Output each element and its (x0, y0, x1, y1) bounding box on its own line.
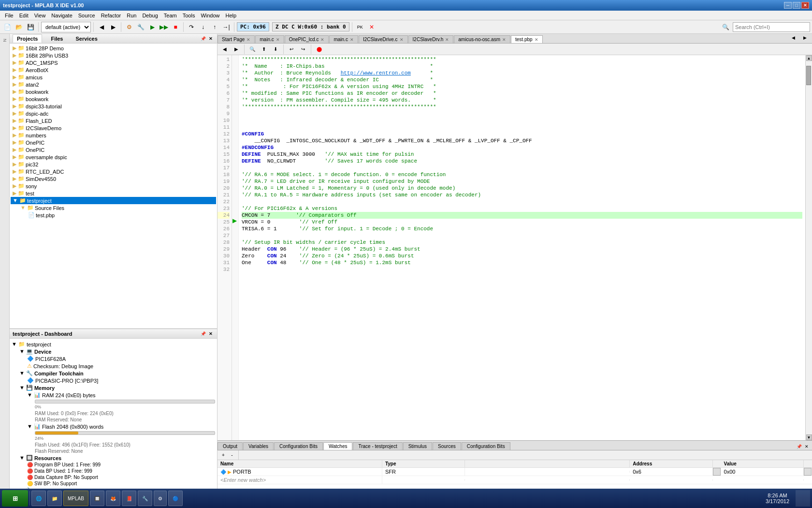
vscroll-thumb[interactable] (806, 66, 811, 85)
search-input[interactable] (733, 22, 810, 32)
menu-source[interactable]: Source (75, 12, 98, 19)
val-checkbox[interactable] (804, 468, 812, 476)
tab-onepic-lcd[interactable]: OnePIC_lcd.c ✕ (285, 35, 329, 43)
taskbar-app2[interactable]: ⚙ (154, 491, 167, 506)
menu-refactor[interactable]: Refactor (98, 12, 124, 19)
scroll-left-icon[interactable]: ◀ (788, 34, 798, 43)
halt-button[interactable]: ✕ (366, 22, 377, 32)
dashboard-close-button[interactable]: ✕ (207, 330, 214, 337)
show-desktop-button[interactable] (796, 490, 810, 507)
tree-item-dspicadc[interactable]: ▶ 📁 dspic-adc (11, 110, 216, 117)
tree-item-rtcledadc[interactable]: ▶ 📁 RTC_LED_ADC (11, 168, 216, 175)
tree-item-dspic33tutorial[interactable]: ▶ 📁 dspic33-tutorial (11, 103, 216, 110)
editor-search-button[interactable]: 🔍 (247, 44, 258, 55)
tree-item-flashled[interactable]: ▶ 📁 Flash_LED (11, 117, 216, 124)
editor-bookmark-prev[interactable]: ⬆ (259, 44, 269, 55)
tree-item-testpbp[interactable]: 📄 test.pbp (11, 211, 216, 219)
tree-item-atan2[interactable]: ▶ 📁 atan2 (11, 81, 216, 88)
vscroll-down-button[interactable]: ▼ (806, 434, 812, 440)
tab-close-icon[interactable]: ✕ (350, 37, 354, 42)
tab-i2cslavedrv[interactable]: I2CSlaveDrv.h ✕ (408, 35, 454, 43)
taskbar-pdf[interactable]: 📕 (122, 491, 136, 506)
clean-button[interactable]: 🔧 (135, 22, 146, 32)
tab-amicus-no-osc[interactable]: amicus-no-osc.asm ✕ (454, 35, 510, 43)
editor-bookmark-next[interactable]: ⬇ (270, 44, 281, 55)
tab-close-icon[interactable]: ✕ (445, 37, 449, 42)
editor-vscroll[interactable]: ▲ ▼ (805, 55, 812, 440)
menu-view[interactable]: View (31, 12, 49, 19)
maximize-button[interactable]: □ (793, 2, 800, 9)
step-out-button[interactable]: ↑ (209, 22, 220, 32)
tree-item-onepic1[interactable]: ▶ 📁 OnePIC (11, 139, 216, 146)
projects-close-button[interactable]: ✕ (207, 35, 214, 42)
watches-remove-button[interactable]: - (228, 451, 236, 459)
addr-checkbox[interactable] (713, 468, 721, 476)
tree-item-i2cslavedemo[interactable]: ▶ 📁 I2CSlaveDemo (11, 124, 216, 132)
tab-mainc-2[interactable]: main.c ✕ (329, 35, 358, 43)
tab-variables[interactable]: Variables (243, 442, 274, 450)
tab-i2cslavedrive[interactable]: I2CSlaveDrive.c ✕ (359, 35, 408, 43)
taskbar-unknown1[interactable]: 🔲 (90, 491, 104, 506)
tab-close-icon[interactable]: ✕ (400, 37, 404, 42)
close-button[interactable]: ✕ (801, 2, 809, 9)
run-button[interactable]: ▶ (147, 22, 158, 32)
tab-close-icon[interactable]: ✕ (276, 37, 280, 42)
tab-trace[interactable]: Trace - testproject (353, 442, 402, 450)
tree-item-adc1msps[interactable]: ▶ 📁 ADC_1MSPS (11, 59, 216, 66)
tree-item-oversampledspic[interactable]: ▶ 📁 oversample dspic (11, 153, 216, 161)
tab-mainc-1[interactable]: main.c ✕ (255, 35, 284, 43)
bottom-close-button[interactable]: ✕ (803, 443, 810, 450)
new-project-button[interactable]: 📄 (2, 22, 13, 32)
menu-window[interactable]: Window (198, 12, 222, 19)
watch-row-new[interactable]: <Enter new watch> (218, 476, 812, 484)
services-tab[interactable]: Services (72, 35, 102, 43)
open-project-button[interactable]: 📂 (14, 22, 24, 32)
tree-item-numbers[interactable]: ▶ 📁 numbers (11, 132, 216, 139)
menu-file[interactable]: File (2, 12, 16, 19)
menu-help[interactable]: Help (223, 12, 240, 19)
tree-item-bookwork2[interactable]: ▶ 📁 bookwork (11, 95, 216, 103)
tab-watches[interactable]: Watches (323, 442, 353, 450)
projects-pin-button[interactable]: 📌 (200, 35, 206, 42)
menu-debug[interactable]: Debug (139, 12, 160, 19)
taskbar-app1[interactable]: 🔧 (138, 491, 152, 506)
taskbar-explorer[interactable]: 📁 (47, 491, 62, 506)
nav-strip-button-1[interactable]: N (0, 36, 9, 45)
tree-item-pic32[interactable]: ▶ 📁 pic32 (11, 161, 216, 168)
tree-item-aerobotx[interactable]: ▶ 📁 AeroBotX (11, 66, 216, 74)
tree-item-bookwork1[interactable]: ▶ 📁 bookwork (11, 88, 216, 95)
tab-close-icon[interactable]: ✕ (502, 37, 506, 42)
tree-item-amicus[interactable]: ▶ 📁 amicus (11, 74, 216, 81)
taskbar-app3[interactable]: 🔵 (168, 491, 183, 506)
tab-testpbp[interactable]: test.pbp ✕ (511, 35, 543, 43)
step-into-button[interactable]: ↓ (198, 22, 208, 32)
watch-new-name[interactable]: <Enter new watch> (218, 476, 382, 484)
watches-add-button[interactable]: + (219, 451, 227, 459)
tree-item-test[interactable]: ▶ 📁 test (11, 190, 216, 197)
code-content[interactable]: '***************************************… (239, 55, 805, 440)
taskbar-mplab[interactable]: MPLAB (63, 491, 88, 506)
files-tab[interactable]: Files (47, 35, 67, 43)
vscroll-up-button[interactable]: ▲ (806, 55, 812, 61)
editor-debug-run[interactable]: ⬤ (314, 44, 324, 55)
scroll-right-icon[interactable]: ▶ (799, 34, 810, 43)
tab-configbits1[interactable]: Configuration Bits (274, 442, 323, 450)
tree-item-16bit28pdemo[interactable]: ▶ 📁 16bit 28P Demo (11, 45, 216, 52)
menu-navigate[interactable]: Navigate (48, 12, 75, 19)
run-to-cursor-button[interactable]: →| (221, 22, 232, 32)
bottom-pin-button[interactable]: 📌 (796, 443, 802, 450)
tab-stimulus[interactable]: Stimulus (403, 442, 432, 450)
taskbar-firefox[interactable]: 🦊 (106, 491, 120, 506)
save-button[interactable]: 💾 (25, 22, 36, 32)
tab-output[interactable]: Output (218, 442, 243, 450)
tab-close-icon[interactable]: ✕ (246, 37, 250, 42)
tab-sources[interactable]: Sources (433, 442, 461, 450)
tree-item-testproject[interactable]: ▼ 📁 testproject (11, 197, 216, 204)
editor-history-fwd[interactable]: ↪ (298, 44, 308, 55)
tab-startpage[interactable]: Start Page ✕ (218, 35, 255, 43)
step-over-button[interactable]: ↷ (186, 22, 197, 32)
debug-button[interactable]: ▶▶ (159, 22, 169, 32)
tab-close-icon[interactable]: ✕ (535, 37, 538, 42)
editor-forward-button[interactable]: ▶ (231, 44, 242, 55)
tab-close-icon[interactable]: ✕ (320, 37, 324, 42)
